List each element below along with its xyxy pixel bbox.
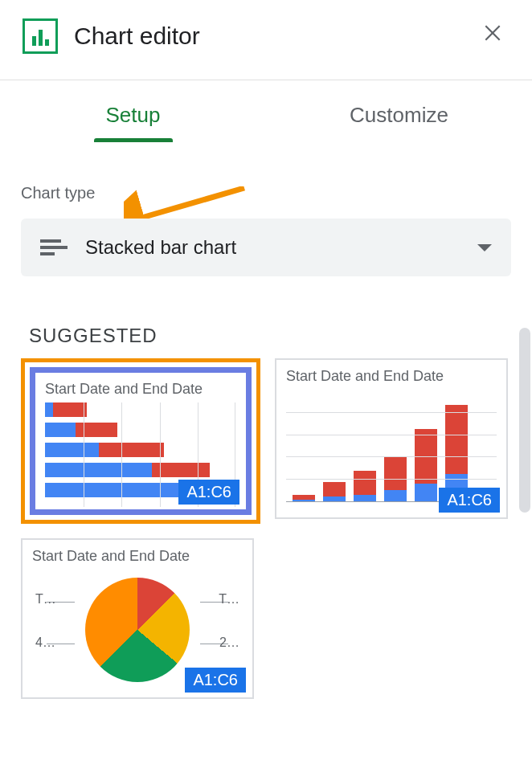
chart-type-selected: Stacked bar chart <box>85 236 236 259</box>
pie-label: 4… <box>35 635 55 650</box>
editor-header: Chart editor <box>0 0 532 72</box>
scrollbar-thumb[interactable] <box>519 328 530 513</box>
range-badge: A1:C6 <box>185 668 246 693</box>
editor-title: Chart editor <box>74 22 200 50</box>
suggested-card-pie[interactable]: Start Date and End Date T… T… 4… 2… A1:C… <box>21 538 254 699</box>
pie-label: T… <box>219 592 239 607</box>
card-title: Start Date and End Date <box>32 548 243 565</box>
chevron-down-icon <box>477 244 492 251</box>
tab-customize[interactable]: Customize <box>266 80 532 142</box>
card-title: Start Date and End Date <box>286 368 497 385</box>
pie-label: 2… <box>219 635 239 650</box>
suggested-grid: Start Date and End Date A1:C6 <box>21 358 511 699</box>
chart-type-dropdown[interactable]: Stacked bar chart <box>21 219 511 276</box>
tab-setup[interactable]: Setup <box>0 80 266 142</box>
stacked-bar-icon <box>40 239 68 255</box>
chart-type-label: Chart type <box>21 184 511 202</box>
card-title: Start Date and End Date <box>45 381 236 398</box>
mini-stacked-column-preview <box>286 390 497 502</box>
close-button[interactable] <box>476 16 509 55</box>
suggested-heading: SUGGESTED <box>29 325 511 347</box>
chart-editor-icon <box>23 18 58 54</box>
pie-label: T… <box>35 592 56 607</box>
suggested-card-stacked-column[interactable]: Start Date and End Date A1:C6 <box>275 358 508 519</box>
annotation-highlight-box: Start Date and End Date A1:C6 <box>21 358 260 524</box>
range-badge: A1:C6 <box>178 480 239 505</box>
suggested-card-stacked-bar[interactable]: Start Date and End Date A1:C6 <box>30 367 252 515</box>
tabs: Setup Customize <box>0 80 532 142</box>
range-badge: A1:C6 <box>439 488 500 513</box>
